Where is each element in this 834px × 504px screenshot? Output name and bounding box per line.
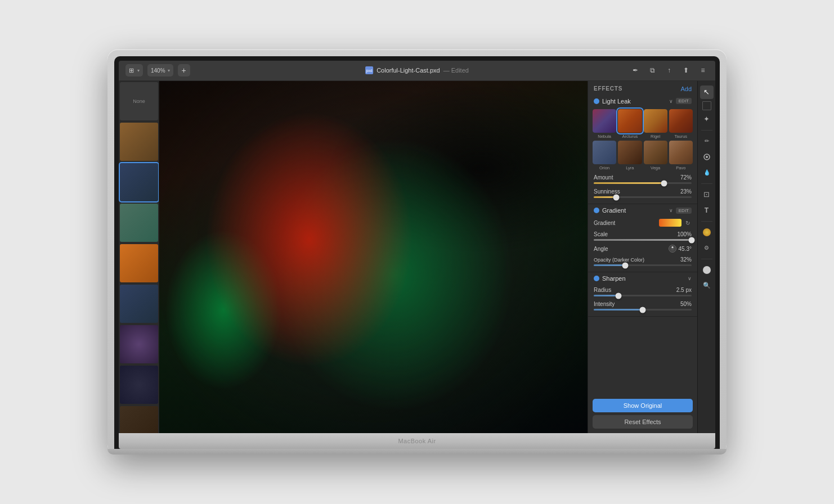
gradient-swatch-row: Gradient ↻ <box>588 217 697 229</box>
tools-sidebar: ↖ ✦ ✏ 💧 ⊡ <box>697 81 715 434</box>
heal-tool-btn[interactable]: 💧 <box>700 166 714 179</box>
intensity-label: Intensity <box>594 301 615 307</box>
file-icon: pxd <box>365 66 373 74</box>
crop-icon[interactable]: ⧉ <box>647 65 658 76</box>
preset-orion[interactable]: Orion <box>593 141 616 170</box>
light-leak-presets: Nebula Arcturus <box>588 107 697 173</box>
layout-picker[interactable]: ⊞ ▾ <box>125 64 143 76</box>
angle-wheel[interactable] <box>669 245 676 253</box>
screen: ⊞ ▾ 140% ▾ + pxd Colorful-Light-Cast.pxd… <box>119 61 715 434</box>
amount-slider-row: Amount 72% <box>588 172 697 186</box>
clone-tool-btn[interactable] <box>700 150 714 164</box>
preset-nebula[interactable]: Nebula <box>593 109 616 139</box>
gradient-edit-btn[interactable]: EDIT <box>676 208 692 214</box>
light-leak-edit-btn[interactable]: EDIT <box>676 98 692 104</box>
opacity-slider[interactable] <box>594 264 692 266</box>
layout-icon: ⊞ <box>129 67 134 74</box>
pen-tool-icon[interactable]: ✒ <box>630 65 641 76</box>
add-button[interactable]: + <box>178 64 190 76</box>
magic-wand-tool-btn[interactable]: ✦ <box>700 112 714 126</box>
layout-chevron: ▾ <box>137 68 140 73</box>
titlebar-center: pxd Colorful-Light-Cast.pxd — Edited <box>365 66 469 74</box>
color-picker-btn[interactable] <box>700 263 714 277</box>
radius-slider-row: Radius 2.5 px <box>588 285 697 299</box>
filmstrip-item-mandala[interactable] <box>120 325 158 363</box>
share-icon[interactable]: ⬆ <box>680 65 692 76</box>
intensity-slider-row: Intensity 50% <box>588 299 697 313</box>
text-tool-btn[interactable]: T <box>700 204 714 217</box>
sunniness-value: 23% <box>680 188 692 195</box>
preset-rigel[interactable]: Rigel <box>644 109 667 139</box>
amount-label: Amount <box>594 174 613 181</box>
filmstrip-item-zoom[interactable] <box>120 406 158 434</box>
filmstrip-item-soften[interactable] <box>120 204 158 242</box>
gradient-label: Gradient <box>594 220 615 226</box>
select-tool-btn[interactable]: ↖ <box>700 86 714 99</box>
canvas-area <box>159 81 588 434</box>
opacity-value: 32% <box>680 256 692 263</box>
macbook-bottom-bar: MacBook Air <box>119 433 715 449</box>
app-window: ⊞ ▾ 140% ▾ + pxd Colorful-Light-Cast.pxd… <box>119 61 715 434</box>
gradient-chevron[interactable]: ∨ <box>669 208 673 213</box>
settings-icon[interactable]: ≡ <box>697 65 709 76</box>
preset-arcturus[interactable]: Arcturus <box>618 109 642 139</box>
filmstrip-item-none[interactable]: None <box>120 82 158 120</box>
show-original-button[interactable]: Show Original <box>593 399 693 412</box>
gradient-cycle-btn[interactable]: ↻ <box>684 219 692 227</box>
preset-vega[interactable]: Vega <box>644 141 667 170</box>
tool-separator-1 <box>701 130 712 130</box>
sunniness-slider-row: Sunniness 23% <box>588 186 697 200</box>
scale-label: Scale <box>594 231 608 237</box>
filmstrip-item-bokeh[interactable] <box>120 285 158 323</box>
sharpen-section: Sharpen ∨ Radius 2.5 px <box>588 272 697 317</box>
light-leak-dot <box>594 98 599 104</box>
gradient-name: Gradient <box>602 207 666 214</box>
scale-slider[interactable] <box>594 239 692 241</box>
opacity-slider-row: Opacity (Darker Color) 32% <box>588 254 697 268</box>
effects-add-btn[interactable]: Add <box>680 86 692 92</box>
zoom-control[interactable]: 140% ▾ <box>147 64 173 76</box>
zoom-tool-btn[interactable]: 🔍 <box>700 279 714 292</box>
sharpen-name: Sharpen <box>602 275 685 282</box>
titlebar-right: ✒ ⧉ ↑ ⬆ ≡ <box>630 65 709 76</box>
light-leak-chevron[interactable]: ∨ <box>669 98 673 104</box>
effects-mode-btn[interactable]: ⚙ <box>700 241 714 255</box>
macbook-foot <box>107 449 727 454</box>
amount-slider[interactable] <box>594 182 692 184</box>
preset-taurus[interactable]: Taurus <box>669 109 693 139</box>
marquee-tool-btn[interactable] <box>702 101 711 110</box>
titlebar: ⊞ ▾ 140% ▾ + pxd Colorful-Light-Cast.pxd… <box>119 61 715 81</box>
preset-lyra[interactable]: Lyra <box>618 141 642 170</box>
portrait-image <box>159 81 588 434</box>
sunniness-slider[interactable] <box>594 196 692 198</box>
main-content: None <box>119 81 715 434</box>
fx-tool-btn[interactable] <box>700 226 714 239</box>
filmstrip-item-selected[interactable] <box>120 163 158 201</box>
filmstrip: None <box>119 81 159 434</box>
filmstrip-item-angular[interactable] <box>120 366 158 404</box>
effects-label: EFFECTS <box>594 86 622 92</box>
crop-tool-btn[interactable]: ⊡ <box>700 188 714 201</box>
right-panel: EFFECTS Add Light Leak ∨ EDIT <box>588 81 697 434</box>
sharpen-chevron[interactable]: ∨ <box>688 276 692 281</box>
intensity-slider[interactable] <box>594 309 692 310</box>
gradient-swatch[interactable] <box>659 219 681 227</box>
angle-value: 45.3° <box>679 246 692 252</box>
radius-slider[interactable] <box>594 295 692 296</box>
tool-separator-3 <box>701 221 712 222</box>
clone-icon <box>703 153 711 161</box>
edited-label: — Edited <box>443 67 469 74</box>
reset-effects-button[interactable]: Reset Effects <box>593 415 693 429</box>
filmstrip-item-sharpen[interactable] <box>120 123 158 161</box>
preset-pavo[interactable]: Pavo <box>669 141 693 170</box>
panel-bottom: Show Original Reset Effects <box>588 394 697 433</box>
light-leak-header: Light Leak ∨ EDIT <box>588 95 697 107</box>
zoom-level: 140% <box>151 68 165 74</box>
paint-tool-btn[interactable]: ✏ <box>700 134 714 148</box>
filmstrip-item-shine[interactable] <box>120 244 158 282</box>
svg-point-1 <box>706 156 708 158</box>
scale-value: 100% <box>677 231 692 237</box>
gradient-section: Gradient ∨ EDIT Gradient ↻ <box>588 204 697 272</box>
export-icon[interactable]: ↑ <box>663 65 675 76</box>
macbook-label: MacBook Air <box>398 438 436 444</box>
